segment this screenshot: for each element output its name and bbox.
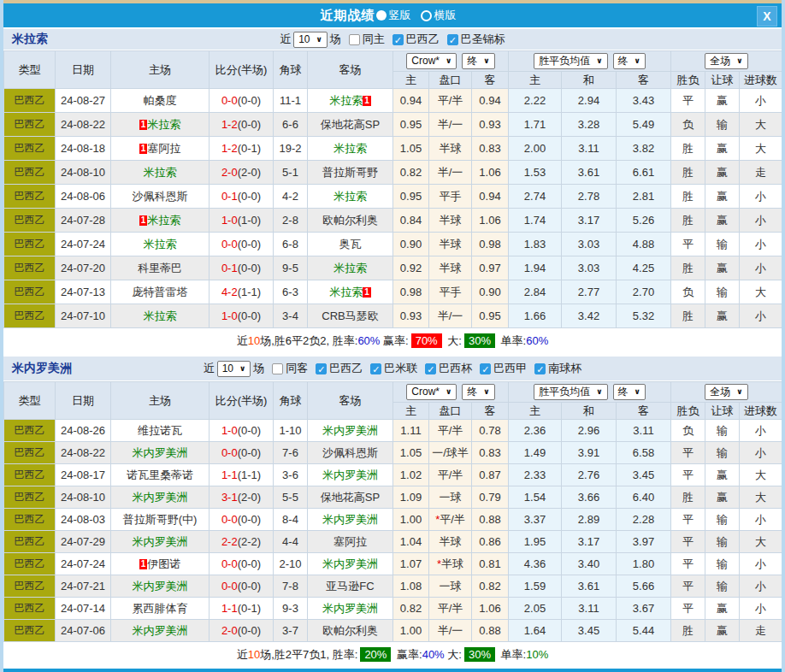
filter-checkbox-label[interactable]: 同主 [363,32,385,47]
league-cell: 巴西乙 [4,420,56,442]
horizontal-layout-radio[interactable] [421,10,432,21]
home-team-name: 米内罗美洲 [133,491,188,504]
home-odds-cell: 1.04 [393,531,429,553]
checkbox-checked-icon[interactable]: ✓ [370,363,381,374]
column-header: 类型 [4,382,56,420]
filter-checkbox-label[interactable]: 巴西乙 [406,32,440,47]
match-scope-select[interactable]: 全场∨ [705,53,747,69]
goals-cell: 小 [740,553,782,575]
handicap-result-cell: 赢 [705,464,740,486]
match-row: 巴西乙24-07-29米内罗美洲2-2(2-2)4-4塞阿拉1.04半球0.86… [4,531,782,553]
home-team-cell: 诺瓦里桑蒂诺 [111,464,210,486]
chevron-down-icon: ∨ [736,386,742,398]
checkbox-checked-icon[interactable]: ✓ [447,34,458,45]
odds-final-select[interactable]: 终∨ [462,53,494,69]
titlebar: 近期战绩 竖版 横版 X [3,3,782,27]
date-cell: 24-07-06 [56,620,111,642]
close-button[interactable]: X [757,6,777,27]
corner-cell: 4-4 [274,531,308,553]
filter-checkbox-label[interactable]: 巴西杯 [439,361,472,376]
home-odds-cell: 0.92 [393,256,429,280]
checkbox-checked-icon[interactable]: ✓ [425,363,436,374]
checkbox-checked-icon[interactable]: ✓ [316,363,327,374]
full-time-score: 0-0 [221,513,238,526]
horizontal-layout-label[interactable]: 横版 [434,8,457,23]
away-odds-cell: 0.81 [472,553,509,575]
match-row: 巴西乙24-07-06米内罗美洲2-0(0-0)3-7欧帕尔利奥1.00半/一0… [4,620,782,642]
avg-type-select[interactable]: 胜平负均值∨ [534,53,607,69]
vertical-layout-radio[interactable] [376,10,387,21]
avg-draw-cell: 2.76 [562,464,617,486]
checkbox-checked-icon[interactable]: ✓ [480,363,491,374]
checkbox-unchecked-icon[interactable] [349,34,360,45]
avg-draw-cell: 3.45 [562,620,617,642]
handicap-value: 半/一 [438,118,463,131]
section-summary: 近10场,胜6平2负2, 胜率:60% 赢率:70% 大:30% 单率:60% [3,328,782,355]
home-team-name: 米拉索 [144,309,177,322]
handicap-value: 平/半 [438,602,463,615]
half-time-score: (2-2) [238,535,261,548]
home-team-cell: 沙佩科恩斯 [111,185,210,209]
goals-cell: 小 [740,209,782,233]
half-time-score: (0-0) [238,309,261,322]
filter-checkbox-label[interactable]: 巴西甲 [493,361,527,376]
avg-away-cell: 5.26 [617,209,671,233]
avg-draw-cell: 3.66 [562,486,617,509]
summary-segment: 单率: [498,334,526,347]
full-time-score: 4-2 [221,286,238,298]
corner-cell: 8-4 [274,509,308,531]
filter-checkbox-label[interactable]: 南球杯 [548,361,581,376]
home-odds-cell: 1.09 [393,486,429,509]
home-team-cell: 米内罗美洲 [111,620,210,642]
column-header: 角球 [274,51,308,89]
home-odds-cell: 1.05 [393,442,429,464]
games-count-select[interactable]: 10∨ [217,361,251,377]
handicap-cell: *平/半 [429,509,472,531]
avg-type-select[interactable]: 胜平负均值∨ [534,384,607,400]
home-odds-cell: 1.00 [393,620,429,642]
away-team-cell: 塞阿拉 [308,531,393,553]
avg-final-select[interactable]: 终∨ [613,53,646,69]
odds-final-select[interactable]: 终∨ [462,384,494,400]
away-team-name: 米内罗美洲 [322,602,378,615]
corner-cell: 6-6 [274,113,308,137]
games-count-select[interactable]: 10∨ [293,32,328,48]
goals-cell: 小 [740,256,782,280]
avg-draw-cell: 3.91 [562,442,617,464]
league-cell: 巴西乙 [4,256,56,280]
corner-cell: 7-6 [274,442,308,464]
filter-checkbox-label[interactable]: 巴西乙 [329,361,363,376]
handicap-value: 平手 [440,286,462,298]
half-time-score: (0-0) [238,238,261,251]
handicap-cell: 一/球半 [429,442,472,464]
checkbox-checked-icon[interactable]: ✓ [392,34,404,45]
bottom-border-strip [3,669,782,672]
goals-cell: 大 [740,531,782,553]
away-team-cell: 普拉斯哥野 [308,161,393,185]
away-odds-cell: 0.93 [472,113,509,137]
odds-source-select[interactable]: Crow*∨ [406,53,457,69]
goals-cell: 小 [740,575,782,598]
away-odds-cell: 1.06 [472,209,509,233]
filter-checkbox-label[interactable]: 巴圣锦标 [461,32,505,47]
home-team-cell: 米内罗美洲 [111,486,210,509]
handicap-result-cell: 输 [705,509,740,531]
filter-checkbox-label[interactable]: 巴米联 [384,361,417,376]
away-odds-cell: 0.83 [472,442,509,464]
home-team-name: 科里蒂巴 [138,262,182,274]
odds-source-select[interactable]: Crow*∨ [406,384,457,400]
avg-home-cell: 4.36 [509,553,562,575]
away-team-cell: 保地花高SP [308,113,393,137]
checkbox-checked-icon[interactable]: ✓ [534,363,546,374]
home-team-name: 累西腓体育 [133,602,188,615]
avg-final-select[interactable]: 终∨ [613,384,646,400]
match-scope-select[interactable]: 全场∨ [705,384,747,400]
full-time-score: 2-0 [221,166,238,179]
checkbox-unchecked-icon[interactable] [272,363,283,374]
summary-segment: 场,胜6平2负2, 胜率: [260,334,357,347]
column-header: 日期 [56,382,111,420]
home-team-cell: 帕桑度 [111,89,210,113]
filter-checkbox-label[interactable]: 同客 [286,361,308,376]
summary-segment: 70% [411,333,442,348]
vertical-layout-label[interactable]: 竖版 [389,8,411,23]
